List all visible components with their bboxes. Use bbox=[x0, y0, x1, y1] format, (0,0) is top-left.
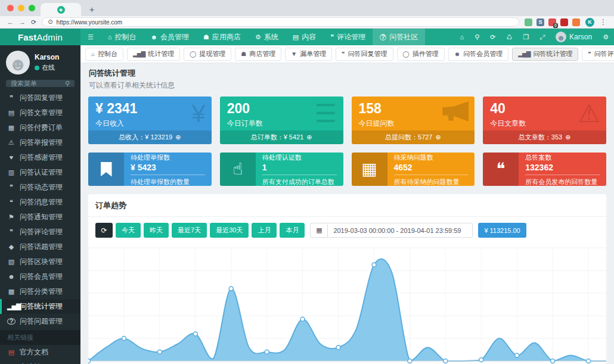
list-icon: ☰ bbox=[315, 101, 337, 126]
user-status: 在线 bbox=[35, 63, 59, 72]
sidebar-menu-item[interactable]: ▩ 问答分类管理 bbox=[0, 284, 80, 299]
browser-tab[interactable]: ◈ bbox=[41, 3, 81, 16]
calendar-addon[interactable]: ▦ bbox=[310, 223, 327, 238]
range-button[interactable]: 今天 bbox=[116, 223, 141, 238]
navbar-menu-item[interactable]: ? 问答社区 bbox=[373, 29, 425, 45]
sidebar-menu-item[interactable]: ▦ 问答付费订单 bbox=[0, 120, 80, 135]
tab-item[interactable]: ❞ 问答回复管理 bbox=[336, 48, 393, 61]
browser-profile-avatar[interactable]: K bbox=[585, 18, 594, 27]
navbar-icon-button[interactable]: ⌂ bbox=[455, 29, 470, 45]
navbar-menu-item[interactable]: ⌂ 控制台 bbox=[101, 29, 144, 45]
info-cards: 待处理举报数 ¥ 5423 待处理举报数的数量 ☝ 待处理认证数 1 所有支付成… bbox=[88, 153, 606, 186]
navbar-icon-button[interactable]: ❐ bbox=[517, 29, 534, 45]
address-bar[interactable]: ⊙ https://www.yoursite.com bbox=[42, 17, 519, 27]
user-menu[interactable]: ☻ Karson bbox=[550, 29, 597, 45]
stat-cards: ¥ 2341 今日收入 ¥ 总收入：¥ 123219 ⊕ 200 今日订单数 ☰ bbox=[88, 97, 606, 144]
cogs-icon: ⚙ bbox=[255, 34, 261, 41]
refresh-icon[interactable]: ⟳ bbox=[31, 19, 36, 26]
navbar-icon-button[interactable]: ♺ bbox=[501, 29, 518, 45]
sidebar-link[interactable]: ❞ 交流社区 bbox=[0, 360, 80, 364]
navbar-icon-button[interactable]: ⤢ bbox=[534, 29, 550, 45]
extension-icon[interactable] bbox=[525, 18, 532, 26]
window-control-button[interactable] bbox=[18, 5, 24, 11]
navbar-settings[interactable]: ⚙ bbox=[597, 29, 614, 45]
tab-item[interactable]: ◯ 插件管理 bbox=[397, 48, 445, 61]
sidebar-toggle[interactable]: ☰ bbox=[80, 29, 101, 45]
search-icon[interactable]: ⚲ bbox=[65, 80, 70, 87]
navbar-menu-item[interactable]: ⚙ 系统 bbox=[248, 29, 286, 45]
sidebar: ☻ Karson 在线 ⚲ ❞ 问答回复管理 ▤ bbox=[0, 45, 80, 364]
stat-footer-link[interactable]: 总文章数：353 ⊕ bbox=[483, 130, 606, 144]
refresh-button[interactable]: ⟳ bbox=[95, 223, 113, 238]
stat-card: 200 今日订单数 ☰ 总订单数：¥ 5421 ⊕ bbox=[220, 97, 343, 144]
window-control-button[interactable] bbox=[29, 5, 35, 11]
circle-o-icon: ◯ bbox=[190, 51, 196, 57]
browser-menu-icon[interactable]: ⋮ bbox=[600, 18, 607, 26]
extension-icon[interactable]: S bbox=[537, 18, 544, 26]
navbar-menu-item[interactable]: ☻ 会员管理 bbox=[144, 29, 197, 45]
sidebar-link[interactable]: ▤ 官方文档 bbox=[0, 345, 80, 360]
tab-item[interactable]: ☗ 商店管理 bbox=[235, 48, 281, 61]
brand-logo[interactable]: FastAdmin bbox=[0, 29, 80, 45]
range-button[interactable]: 昨天 bbox=[144, 223, 169, 238]
refresh-icon: ⟳ bbox=[490, 34, 495, 41]
page-header: 问答统计管理 可以查看订单相关统计信息 bbox=[80, 63, 614, 94]
extension-icon[interactable]: 6 bbox=[548, 18, 556, 26]
extension-icon[interactable] bbox=[560, 18, 568, 26]
sidebar-menu-item[interactable]: ❝ 问答消息管理 bbox=[0, 195, 80, 210]
sidebar-menu-item[interactable]: ▤ 问答文章管理 bbox=[0, 105, 80, 120]
range-button[interactable]: 最近30天 bbox=[210, 223, 249, 238]
chart-toolbar: ⟳ 今天昨天最近7天最近30天上月本月 ▦ ¥ 113215.00 bbox=[95, 223, 599, 238]
tab-item[interactable]: ▂▅▇ 问答统计管理 bbox=[512, 48, 578, 61]
file-text-icon: ▧ bbox=[7, 259, 15, 265]
sidebar-menu-item[interactable]: ? 问答问题管理 bbox=[0, 314, 80, 329]
user-icon: ☻ bbox=[454, 51, 461, 57]
new-tab-button[interactable]: + bbox=[89, 5, 94, 16]
back-icon[interactable]: ← bbox=[7, 19, 14, 26]
sidebar-menu-item[interactable]: ❞ 问答评论管理 bbox=[0, 225, 80, 239]
sidebar-menu-item[interactable]: ♥ 问答感谢管理 bbox=[0, 150, 80, 165]
stat-footer-link[interactable]: 总收入：¥ 123219 ⊕ bbox=[88, 130, 212, 144]
sidebar-menu-item[interactable]: ◆ 问答话题管理 bbox=[0, 239, 80, 254]
tab-item[interactable]: ⌂ 控制台 bbox=[85, 48, 123, 61]
sidebar-menu-item[interactable]: ⚠ 问答举报管理 bbox=[0, 135, 80, 150]
forward-icon[interactable]: → bbox=[19, 19, 26, 26]
stat-card: ¥ 2341 今日收入 ¥ 总收入：¥ 123219 ⊕ bbox=[88, 97, 212, 144]
date-range-input[interactable] bbox=[327, 223, 473, 238]
navbar-menu-item[interactable]: ☗ 应用商店 bbox=[196, 29, 248, 45]
sidebar-menu-item[interactable]: ▧ 问答区块管理 bbox=[0, 254, 80, 269]
bar-chart-icon: ▂▅▇ bbox=[7, 303, 15, 310]
tab-item[interactable]: ▼ 漏单管理 bbox=[285, 48, 332, 61]
stat-footer-link[interactable]: 总订单数：¥ 5421 ⊕ bbox=[220, 130, 343, 144]
window-control-button[interactable] bbox=[7, 5, 14, 11]
navbar-menu-item[interactable]: ▤ 内容 bbox=[286, 29, 323, 45]
doc-icon: ▤ bbox=[7, 349, 15, 356]
navbar-menu-item[interactable]: ❞ 评论管理 bbox=[323, 29, 373, 45]
tab-item[interactable]: ☻ 问答会员管理 bbox=[448, 48, 509, 61]
stat-footer-link[interactable]: 总提问数：5727 ⊕ bbox=[352, 130, 475, 144]
sidebar-menu-item[interactable]: ❞ 问答动态管理 bbox=[0, 180, 80, 195]
sidebar-menu-item[interactable]: ⚑ 问答通知管理 bbox=[0, 210, 80, 225]
stat-card: 158 今日提问数 总提问数：5727 ⊕ bbox=[352, 97, 475, 144]
sidebar-menu-item[interactable]: ☻ 问答会员管理 bbox=[0, 269, 80, 284]
comment-icon: ❞ bbox=[330, 34, 334, 41]
total-amount-button[interactable]: ¥ 113215.00 bbox=[478, 223, 526, 238]
navbar-icon-button[interactable]: ⟳ bbox=[485, 29, 501, 45]
range-button[interactable]: 本月 bbox=[280, 223, 305, 238]
browser-titlebar: ◈ + bbox=[0, 0, 614, 16]
range-buttons: 今天昨天最近7天最近30天上月本月 bbox=[116, 223, 305, 238]
tab-item[interactable]: ❞ 问答评论管理 bbox=[582, 48, 614, 61]
tab-item[interactable]: ◯ 提现管理 bbox=[184, 48, 231, 61]
sidebar-menu-item[interactable]: ▂▅▇ 问答统计管理 bbox=[0, 299, 80, 314]
range-button[interactable]: 上月 bbox=[252, 223, 277, 238]
tag-icon: ◆ bbox=[7, 244, 15, 250]
sidebar-menu-item[interactable]: ❞ 问答回复管理 bbox=[0, 91, 80, 105]
panel-title: 订单趋势 bbox=[88, 200, 606, 217]
extension-icon[interactable] bbox=[572, 18, 580, 26]
menu-search-input[interactable] bbox=[11, 80, 62, 87]
tab-item[interactable]: ▂▅▇ 统计管理 bbox=[127, 48, 180, 61]
range-button[interactable]: 最近7天 bbox=[172, 223, 207, 238]
info-value: ¥ 5423 bbox=[131, 162, 205, 175]
sidebar-menu-item[interactable]: ▥ 问答认证管理 bbox=[0, 165, 80, 180]
navbar-icon-button[interactable]: ⚲ bbox=[469, 29, 485, 45]
